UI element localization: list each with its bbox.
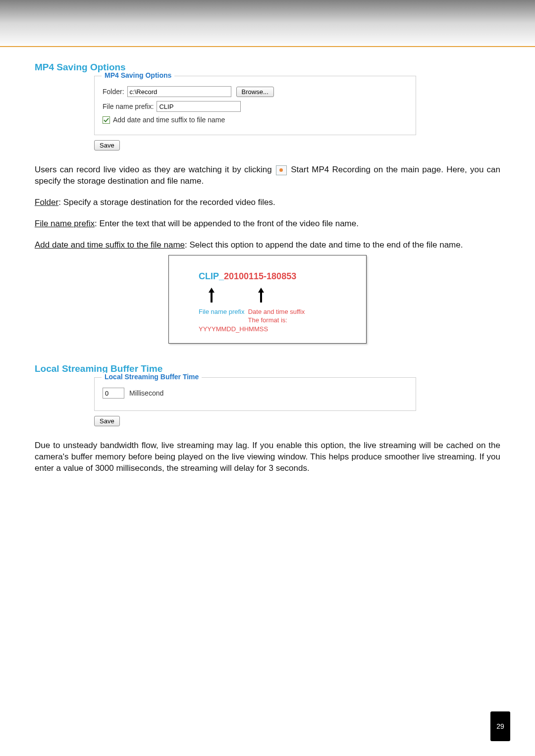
intro-para: Users can record live video as they are … (35, 164, 500, 187)
datetime-suffix-checkbox[interactable] (103, 116, 110, 124)
p2-label: Folder (35, 198, 58, 207)
buffer-fieldset: Local Streaming Buffer Time Millisecond (94, 377, 416, 411)
header-gradient (0, 0, 535, 47)
browse-button[interactable]: Browse... (236, 87, 274, 97)
save-button-mp4[interactable]: Save (94, 140, 120, 151)
up-arrow-icon (208, 287, 215, 303)
prefix-input[interactable] (157, 101, 241, 112)
buffer-input[interactable] (103, 388, 124, 399)
lbl-prefix: File name prefix (199, 308, 244, 315)
p3-label: File name prefix (35, 219, 95, 228)
arrows-row (208, 287, 351, 303)
example-datetime: 20100115-180853 (224, 271, 296, 281)
page-number: 29 (490, 711, 510, 741)
buffer-legend: Local Streaming Buffer Time (102, 373, 202, 381)
p2-rest: : Specify a storage destination for the … (58, 198, 275, 207)
p3-rest: : Enter the text that will be appended t… (95, 219, 359, 228)
p1a: Users can record live video as they are … (35, 165, 275, 174)
suffix-para: Add date and time suffix to the file nam… (35, 240, 500, 251)
p4-rest: : Select this option to append the date … (185, 240, 463, 250)
buffer-para: Due to unsteady bandwidth flow, live str… (35, 440, 500, 474)
example-clip: CLIP_ (199, 271, 224, 281)
record-icon (276, 165, 287, 175)
prefix-label: File name prefix: (103, 102, 154, 110)
mp4-legend: MP4 Saving Options (102, 71, 174, 79)
millisecond-label: Millisecond (129, 389, 163, 397)
folder-input[interactable] (127, 86, 231, 97)
lbl-format: The format is: YYYYMMDD_HHMMSS (199, 316, 287, 333)
p4-label: Add date and time suffix to the file nam… (35, 240, 185, 250)
prefix-para: File name prefix: Enter the text that wi… (35, 218, 500, 230)
folder-para: Folder: Specify a storage destination fo… (35, 197, 500, 208)
filename-example-box: CLIP_20100115-180853 File name prefix Da… (168, 255, 367, 344)
up-arrow-icon (257, 287, 265, 303)
lbl-date: Date and time suffix (248, 308, 305, 315)
example-filename: CLIP_20100115-180853 (199, 271, 351, 282)
mp4-fieldset: MP4 Saving Options Folder: Browse... Fil… (94, 76, 416, 135)
example-labels: File name prefix Date and time suffix Fi… (199, 307, 351, 334)
check-icon (104, 117, 109, 123)
folder-label: Folder: (103, 88, 124, 96)
checkbox-label: Add date and time suffix to file name (113, 116, 225, 124)
save-button-buffer[interactable]: Save (94, 416, 120, 426)
